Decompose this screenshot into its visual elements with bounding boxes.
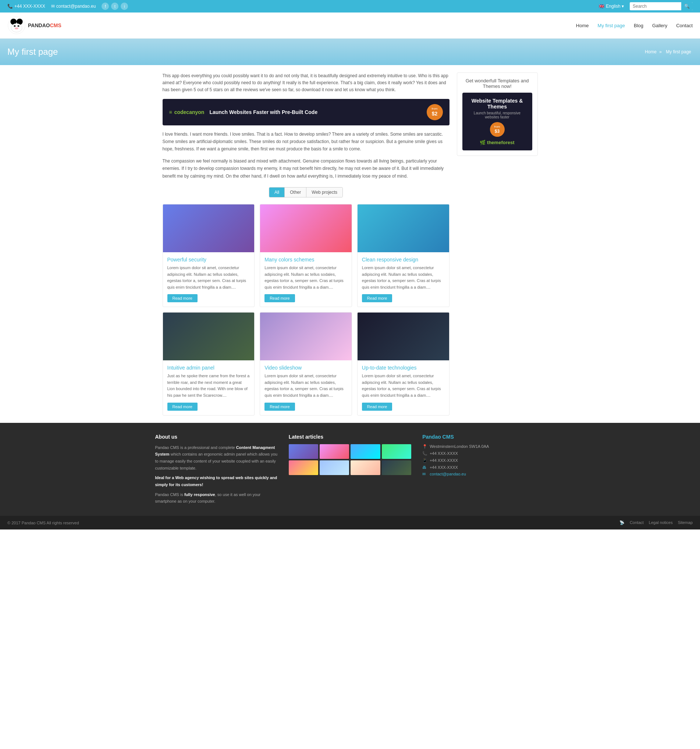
footer-email: ✉ contact@pandao.eu (422, 472, 545, 477)
footer-phone2: 📱 +44 XXX-XXXX (422, 458, 545, 463)
ad-title: Get wonderfull Templates and Themes now! (463, 78, 532, 89)
header: PANDAOCMS Home My first page Blog Galler… (0, 12, 700, 38)
twitter-icon[interactable]: t (111, 3, 118, 10)
logo: PANDAOCMS (8, 16, 61, 35)
facebook-icon[interactable]: f (101, 3, 109, 10)
article-thumb-2[interactable] (320, 444, 349, 459)
read-more-responsive[interactable]: Read more (362, 294, 392, 302)
article-thumb-7[interactable] (351, 460, 380, 475)
tf-from: from (495, 125, 500, 129)
search-button[interactable]: 🔍 (681, 2, 692, 10)
card-colors: Many colors schemes Lorem ipsum dolor si… (260, 204, 352, 307)
read-more-video[interactable]: Read more (265, 403, 295, 411)
card-technologies: Up-to-date technologies Lorem ipsum dolo… (357, 312, 449, 415)
phone1-text: +44 XXX-XXXX (430, 451, 458, 456)
main-nav: Home My first page Blog Gallery Contact (576, 23, 692, 28)
card-title-colors: Many colors schemes (265, 257, 347, 263)
phone1-icon: 📞 (422, 451, 427, 456)
language-selector[interactable]: 🇬🇧 English ▾ (599, 4, 624, 9)
phone-contact[interactable]: 📞 +44 XXX-XXXX (8, 4, 45, 9)
email-footer-icon: ✉ (422, 472, 427, 477)
search-input[interactable] (630, 3, 681, 10)
card-title-tech: Up-to-date technologies (362, 365, 445, 371)
top-bar-right: 🇬🇧 English ▾ 🔍 (599, 2, 692, 10)
phone-number: +44 XXX-XXXX (14, 4, 45, 9)
nav-blog[interactable]: Blog (634, 23, 643, 28)
fax-icon: 🖷 (422, 465, 427, 469)
footer-about-title: About us (155, 434, 278, 440)
card-text-security: Lorem ipsum dolor sit amet, consectetur … (167, 265, 250, 290)
intro-paragraph-1: This app does everything you could possi… (162, 72, 449, 94)
themeforest-title: Website Templates & Themes (467, 98, 527, 110)
sidebar-ad: Get wonderfull Templates and Themes now!… (457, 72, 538, 156)
codecanyon-name: codecanyon (175, 109, 205, 115)
nav-contact[interactable]: Contact (676, 23, 692, 28)
top-bar: 📞 +44 XXX-XXXX ✉ contact@pandao.eu f t i… (0, 0, 700, 12)
article-thumb-3[interactable] (351, 444, 380, 459)
filter-tab-all[interactable]: All (269, 188, 285, 197)
footer-sitemap-link[interactable]: Sitemap (678, 520, 692, 525)
body-paragraph-2: The compassion we feel normally is biase… (162, 157, 449, 180)
card-text-responsive: Lorem ipsum dolor sit amet, consectetur … (362, 265, 445, 290)
card-image-responsive (358, 205, 449, 252)
location-icon: 📍 (422, 444, 427, 449)
read-more-admin[interactable]: Read more (167, 403, 198, 411)
portfolio-col-1: Powerful security Lorem ipsum dolor sit … (162, 204, 255, 416)
card-title-video: Video slideshow (265, 365, 347, 371)
portfolio-col-3: Clean responsive design Lorem ipsum dolo… (357, 204, 449, 416)
themeforest-sub: Launch beautiful, responsive websites fa… (467, 111, 527, 119)
nav-gallery[interactable]: Gallery (652, 23, 667, 28)
read-more-tech[interactable]: Read more (362, 403, 392, 411)
filter-tabs: All Other Web projects (269, 187, 343, 197)
portfolio-section: All Other Web projects Powerful security… (162, 187, 449, 416)
search-box[interactable]: 🔍 (630, 2, 692, 10)
card-admin-panel: Intuitive admin panel Just as he spoke t… (162, 312, 255, 415)
codecanyon-banner[interactable]: ≡ codecanyon Launch Websites Faster with… (162, 99, 449, 125)
article-thumb-1[interactable] (289, 444, 318, 459)
codecanyon-from: from (432, 107, 438, 111)
email-footer-link[interactable]: contact@pandao.eu (430, 472, 466, 476)
footer-contact-link[interactable]: Contact (630, 520, 644, 525)
card-body-video: Video slideshow Lorem ipsum dolor sit am… (260, 360, 352, 415)
phone2-text: +44 XXX-XXXX (430, 458, 458, 463)
article-thumb-6[interactable] (320, 460, 349, 475)
footer-bottom-links: 📡 Contact Legal notices Sitemap (619, 520, 692, 525)
card-image-admin (163, 313, 254, 360)
breadcrumb-home[interactable]: Home (645, 49, 657, 54)
email-contact[interactable]: ✉ contact@pandao.eu (51, 4, 96, 9)
phone-icon: 📞 (8, 4, 13, 9)
card-responsive: Clean responsive design Lorem ipsum dolo… (357, 204, 449, 307)
breadcrumb-current: My first page (666, 49, 691, 54)
card-image-colors (260, 205, 352, 252)
card-body-security: Powerful security Lorem ipsum dolor sit … (163, 252, 254, 307)
article-thumb-5[interactable] (289, 460, 318, 475)
nav-first-page[interactable]: My first page (598, 23, 625, 28)
read-more-colors[interactable]: Read more (265, 294, 295, 302)
sidebar: Get wonderfull Templates and Themes now!… (457, 72, 538, 416)
codecanyon-icon: ≡ (169, 109, 172, 115)
article-thumb-4[interactable] (382, 444, 411, 459)
filter-tab-other[interactable]: Other (285, 188, 306, 197)
card-text-video: Lorem ipsum dolor sit amet, consectetur … (265, 373, 347, 399)
themeforest-logo: 🌿 themeforest (467, 140, 527, 145)
footer-legal-link[interactable]: Legal notices (649, 520, 673, 525)
language-label: English ▾ (606, 4, 624, 9)
card-body-responsive: Clean responsive design Lorem ipsum dolo… (358, 252, 449, 307)
card-title-responsive: Clean responsive design (362, 257, 445, 263)
article-thumb-8[interactable] (382, 460, 411, 475)
content-area: This app does everything you could possi… (162, 72, 449, 416)
footer-pandao: Pandao CMS 📍 WestminsternLondon SW1A 0AA… (422, 434, 545, 505)
card-body-colors: Many colors schemes Lorem ipsum dolor si… (260, 252, 352, 307)
codecanyon-tagline: Launch Websites Faster with Pre-Built Co… (209, 109, 421, 115)
read-more-security[interactable]: Read more (167, 294, 198, 302)
card-text-colors: Lorem ipsum dolor sit amet, consectetur … (265, 265, 347, 290)
themeforest-box[interactable]: Website Templates & Themes Launch beauti… (463, 93, 532, 150)
nav-home[interactable]: Home (576, 23, 589, 28)
svg-point-4 (14, 25, 16, 27)
card-text-admin: Just as he spoke there came from the for… (167, 373, 250, 399)
instagram-icon[interactable]: i (121, 3, 128, 10)
filter-tab-web-projects[interactable]: Web projects (306, 188, 342, 197)
card-image-tech (358, 313, 449, 360)
card-video: Video slideshow Lorem ipsum dolor sit am… (260, 312, 352, 415)
footer-phone1: 📞 +44 XXX-XXXX (422, 451, 545, 456)
